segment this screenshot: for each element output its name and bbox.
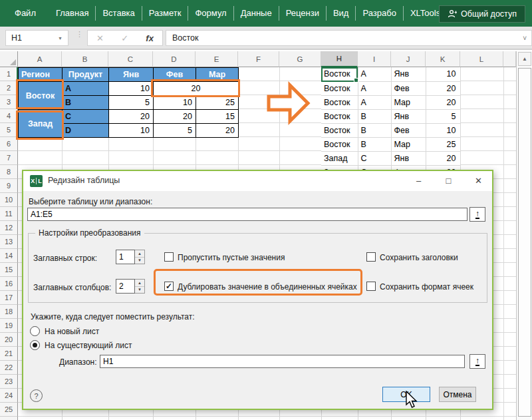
row-header-3[interactable]: 3 [0,95,18,109]
col-header-H-selected[interactable]: H [321,51,358,67]
cell-C3[interactable]: 5 [109,96,154,110]
cell-K5[interactable]: 10 [426,123,460,137]
destination-picker-button[interactable]: ↑ [469,354,485,369]
radio-new-sheet[interactable] [30,326,40,336]
row-header-23[interactable]: 23 [0,375,18,389]
cell-K3[interactable]: 20 [426,95,460,109]
cell-K2[interactable]: 20 [426,81,460,95]
radio-existing-sheet-label[interactable]: На существующий лист [45,341,132,350]
cell-J7[interactable]: Янв [391,151,426,165]
cell-I1[interactable]: A [358,67,391,81]
cell-K7[interactable]: 20 [426,151,460,165]
col-header-C[interactable]: C [108,51,153,67]
tab-insert[interactable]: Вставка [96,6,142,21]
row-header-26[interactable]: 26 [0,417,18,420]
cell-H3[interactable]: Восток [321,95,358,109]
col-header-G[interactable]: G [279,51,321,67]
stepper-down-icon[interactable]: ▼ [135,258,144,264]
col-header-D[interactable]: D [153,51,196,67]
expand-formula-bar-icon[interactable]: ˅ [523,35,527,42]
header-cols-stepper[interactable]: 2 ▲ ▼ [116,279,145,294]
help-button[interactable]: ? [30,389,43,402]
row-header-15[interactable]: 15 [0,263,18,277]
row-header-7[interactable]: 7 [0,151,18,165]
cell-H7[interactable]: Запад [321,151,358,165]
cell-J2[interactable]: Фев [391,81,426,95]
row-header-19[interactable]: 19 [0,319,18,333]
cell-B2[interactable]: A [63,82,109,96]
row-header-18[interactable]: 18 [0,305,18,319]
cell-B5[interactable]: D [63,124,109,138]
row-header-5[interactable]: 5 [0,123,18,137]
cell-H6[interactable]: Восток [321,137,358,151]
stepper-up-icon[interactable]: ▲ [135,280,144,287]
col-header-B[interactable]: B [62,51,108,67]
row-header-25[interactable]: 25 [0,403,18,417]
cell-H4[interactable]: Восток [321,109,358,123]
formula-input[interactable]: Восток ˅ [166,30,532,46]
row-header-6[interactable]: 6 [0,137,18,151]
range-input[interactable]: A1:E5 [27,208,467,221]
maximize-icon[interactable]: □ [440,173,457,188]
cell-E5[interactable]: 20 [196,124,239,138]
cell-K4[interactable]: 5 [426,109,460,123]
radio-new-sheet-label[interactable]: На новый лист [45,327,99,336]
row-header-24[interactable]: 24 [0,389,18,403]
name-box-dropdown-icon[interactable]: ▼ [58,36,63,41]
cell-I3[interactable]: A [358,95,391,109]
insert-function-icon[interactable]: fx [146,33,154,43]
checkbox-keep-format-label[interactable]: Сохранить формат ячеек [380,282,473,292]
cell-J1[interactable]: Янв [391,67,426,81]
cell-H5[interactable]: Восток [321,123,358,137]
cell-D3[interactable]: 10 [154,96,196,110]
cancel-button[interactable]: Отмена [439,387,476,402]
cell-C1[interactable]: Янв [109,68,154,82]
minimize-icon[interactable]: – [410,173,427,188]
cell-J4[interactable]: Янв [391,109,426,123]
checkbox-keep-headers-label[interactable]: Сохранить заголовки [380,253,458,262]
row-header-10[interactable]: 10 [0,193,18,207]
confirm-entry-icon[interactable]: ✓ [121,33,128,43]
row-header-17[interactable]: 17 [0,291,18,305]
checkbox-keep-headers[interactable] [366,252,376,262]
col-header-E[interactable]: E [196,51,238,67]
cell-E3[interactable]: 25 [196,96,239,110]
cell-J3[interactable]: Мар [391,95,426,109]
col-header-F[interactable]: F [238,51,279,67]
row-header-16[interactable]: 16 [0,277,18,291]
col-header-K[interactable]: K [426,51,460,67]
cell-C2[interactable]: 10 [109,82,154,96]
tab-layout[interactable]: Разметк [142,6,189,21]
row-header-21[interactable]: 21 [0,347,18,361]
stepper-down-icon[interactable]: ▼ [135,287,144,294]
formula-bar-grip[interactable]: ⋮ [76,32,83,36]
col-header-partial[interactable] [503,51,516,67]
tab-home[interactable]: Главная [49,6,96,21]
tab-review[interactable]: Рецензи [279,6,327,21]
cell-I6[interactable]: B [358,137,391,151]
name-box[interactable]: H1 ▼ [5,30,68,46]
share-button[interactable]: Общий доступ [439,5,525,23]
col-header-I[interactable]: I [358,51,391,67]
cell-D5[interactable]: 5 [154,124,196,138]
row-header-1[interactable]: 1 [0,67,18,81]
cell-K1[interactable]: 10 [426,67,460,81]
cell-J5[interactable]: Фев [391,123,426,137]
header-rows-stepper[interactable]: 1 ▲ ▼ [116,250,145,264]
radio-existing-sheet[interactable] [30,340,40,350]
row-header-20[interactable]: 20 [0,333,18,347]
cell-J6[interactable]: Мар [391,137,426,151]
stepper-up-icon[interactable]: ▲ [135,250,144,258]
row-header-11[interactable]: 11 [0,207,18,221]
tab-view[interactable]: Вид [327,6,356,21]
cell-B4[interactable]: C [63,110,109,124]
vertical-scrollbar[interactable]: ▲ [516,51,532,420]
destination-input[interactable]: H1 [100,355,465,368]
range-picker-button[interactable]: ↑ [469,207,485,222]
row-header-2[interactable]: 2 [0,81,18,95]
row-header-13[interactable]: 13 [0,235,18,249]
row-header-4[interactable]: 4 [0,109,18,123]
cell-C5[interactable]: 10 [109,124,154,138]
tab-formulas[interactable]: Формул [188,6,233,21]
header-rows-value[interactable]: 1 [116,250,135,264]
